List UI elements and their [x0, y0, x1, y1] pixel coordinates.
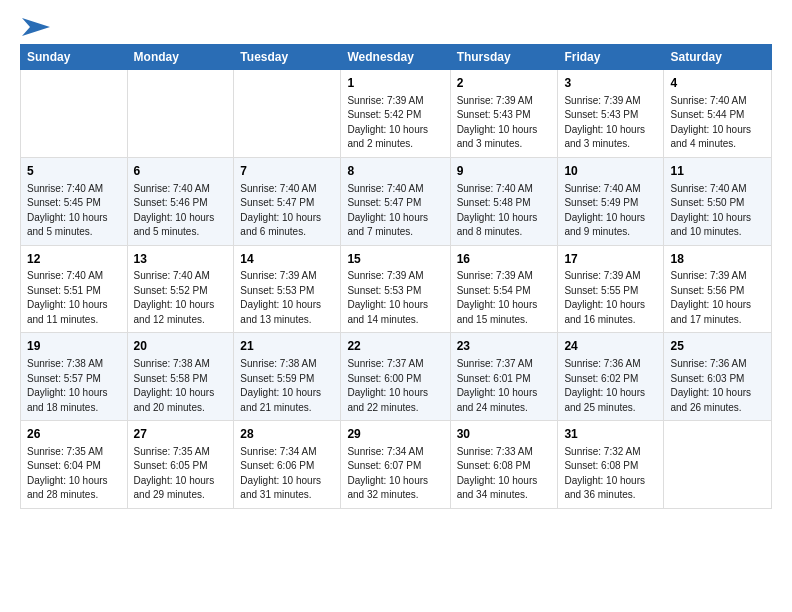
calendar-cell: 1Sunrise: 7:39 AM Sunset: 5:42 PM Daylig…: [341, 70, 450, 158]
day-info: Sunrise: 7:40 AM Sunset: 5:44 PM Dayligh…: [670, 94, 765, 152]
calendar-cell: 10Sunrise: 7:40 AM Sunset: 5:49 PM Dayli…: [558, 157, 664, 245]
calendar-cell: 16Sunrise: 7:39 AM Sunset: 5:54 PM Dayli…: [450, 245, 558, 333]
day-number: 26: [27, 426, 121, 443]
day-number: 21: [240, 338, 334, 355]
day-number: 14: [240, 251, 334, 268]
day-number: 10: [564, 163, 657, 180]
day-info: Sunrise: 7:39 AM Sunset: 5:54 PM Dayligh…: [457, 269, 552, 327]
calendar-cell: 27Sunrise: 7:35 AM Sunset: 6:05 PM Dayli…: [127, 421, 234, 509]
logo: [20, 16, 50, 34]
calendar-cell: 19Sunrise: 7:38 AM Sunset: 5:57 PM Dayli…: [21, 333, 128, 421]
week-row-3: 12Sunrise: 7:40 AM Sunset: 5:51 PM Dayli…: [21, 245, 772, 333]
day-info: Sunrise: 7:40 AM Sunset: 5:50 PM Dayligh…: [670, 182, 765, 240]
day-info: Sunrise: 7:38 AM Sunset: 5:58 PM Dayligh…: [134, 357, 228, 415]
day-info: Sunrise: 7:40 AM Sunset: 5:46 PM Dayligh…: [134, 182, 228, 240]
week-row-1: 1Sunrise: 7:39 AM Sunset: 5:42 PM Daylig…: [21, 70, 772, 158]
day-info: Sunrise: 7:39 AM Sunset: 5:42 PM Dayligh…: [347, 94, 443, 152]
day-info: Sunrise: 7:39 AM Sunset: 5:53 PM Dayligh…: [347, 269, 443, 327]
day-number: 20: [134, 338, 228, 355]
calendar-cell: 2Sunrise: 7:39 AM Sunset: 5:43 PM Daylig…: [450, 70, 558, 158]
day-info: Sunrise: 7:34 AM Sunset: 6:06 PM Dayligh…: [240, 445, 334, 503]
day-number: 13: [134, 251, 228, 268]
day-number: 30: [457, 426, 552, 443]
calendar-cell: 6Sunrise: 7:40 AM Sunset: 5:46 PM Daylig…: [127, 157, 234, 245]
day-info: Sunrise: 7:39 AM Sunset: 5:55 PM Dayligh…: [564, 269, 657, 327]
calendar-cell: [21, 70, 128, 158]
column-header-thursday: Thursday: [450, 45, 558, 70]
day-number: 27: [134, 426, 228, 443]
day-number: 12: [27, 251, 121, 268]
day-number: 9: [457, 163, 552, 180]
day-number: 18: [670, 251, 765, 268]
calendar-cell: 11Sunrise: 7:40 AM Sunset: 5:50 PM Dayli…: [664, 157, 772, 245]
calendar-cell: 26Sunrise: 7:35 AM Sunset: 6:04 PM Dayli…: [21, 421, 128, 509]
column-header-friday: Friday: [558, 45, 664, 70]
day-number: 5: [27, 163, 121, 180]
column-header-sunday: Sunday: [21, 45, 128, 70]
day-info: Sunrise: 7:40 AM Sunset: 5:47 PM Dayligh…: [240, 182, 334, 240]
day-info: Sunrise: 7:39 AM Sunset: 5:43 PM Dayligh…: [564, 94, 657, 152]
week-row-4: 19Sunrise: 7:38 AM Sunset: 5:57 PM Dayli…: [21, 333, 772, 421]
calendar-cell: 13Sunrise: 7:40 AM Sunset: 5:52 PM Dayli…: [127, 245, 234, 333]
day-number: 6: [134, 163, 228, 180]
day-info: Sunrise: 7:40 AM Sunset: 5:45 PM Dayligh…: [27, 182, 121, 240]
calendar-cell: 20Sunrise: 7:38 AM Sunset: 5:58 PM Dayli…: [127, 333, 234, 421]
calendar-cell: 12Sunrise: 7:40 AM Sunset: 5:51 PM Dayli…: [21, 245, 128, 333]
day-info: Sunrise: 7:33 AM Sunset: 6:08 PM Dayligh…: [457, 445, 552, 503]
calendar-cell: 15Sunrise: 7:39 AM Sunset: 5:53 PM Dayli…: [341, 245, 450, 333]
day-number: 23: [457, 338, 552, 355]
day-info: Sunrise: 7:38 AM Sunset: 5:59 PM Dayligh…: [240, 357, 334, 415]
day-info: Sunrise: 7:39 AM Sunset: 5:56 PM Dayligh…: [670, 269, 765, 327]
calendar-cell: 7Sunrise: 7:40 AM Sunset: 5:47 PM Daylig…: [234, 157, 341, 245]
calendar-table: SundayMondayTuesdayWednesdayThursdayFrid…: [20, 44, 772, 509]
day-info: Sunrise: 7:32 AM Sunset: 6:08 PM Dayligh…: [564, 445, 657, 503]
day-number: 22: [347, 338, 443, 355]
day-number: 19: [27, 338, 121, 355]
day-info: Sunrise: 7:40 AM Sunset: 5:52 PM Dayligh…: [134, 269, 228, 327]
calendar-cell: 4Sunrise: 7:40 AM Sunset: 5:44 PM Daylig…: [664, 70, 772, 158]
day-info: Sunrise: 7:34 AM Sunset: 6:07 PM Dayligh…: [347, 445, 443, 503]
calendar-cell: 30Sunrise: 7:33 AM Sunset: 6:08 PM Dayli…: [450, 421, 558, 509]
day-info: Sunrise: 7:40 AM Sunset: 5:49 PM Dayligh…: [564, 182, 657, 240]
day-number: 17: [564, 251, 657, 268]
day-number: 31: [564, 426, 657, 443]
day-info: Sunrise: 7:38 AM Sunset: 5:57 PM Dayligh…: [27, 357, 121, 415]
day-info: Sunrise: 7:35 AM Sunset: 6:04 PM Dayligh…: [27, 445, 121, 503]
day-info: Sunrise: 7:36 AM Sunset: 6:03 PM Dayligh…: [670, 357, 765, 415]
day-number: 29: [347, 426, 443, 443]
logo-arrow-icon: [22, 18, 50, 36]
column-header-wednesday: Wednesday: [341, 45, 450, 70]
column-header-monday: Monday: [127, 45, 234, 70]
day-number: 8: [347, 163, 443, 180]
column-header-tuesday: Tuesday: [234, 45, 341, 70]
calendar-cell: 5Sunrise: 7:40 AM Sunset: 5:45 PM Daylig…: [21, 157, 128, 245]
day-info: Sunrise: 7:39 AM Sunset: 5:43 PM Dayligh…: [457, 94, 552, 152]
calendar-cell: [127, 70, 234, 158]
day-info: Sunrise: 7:40 AM Sunset: 5:47 PM Dayligh…: [347, 182, 443, 240]
day-info: Sunrise: 7:40 AM Sunset: 5:51 PM Dayligh…: [27, 269, 121, 327]
calendar-cell: [234, 70, 341, 158]
calendar-cell: 8Sunrise: 7:40 AM Sunset: 5:47 PM Daylig…: [341, 157, 450, 245]
calendar-cell: 22Sunrise: 7:37 AM Sunset: 6:00 PM Dayli…: [341, 333, 450, 421]
day-number: 3: [564, 75, 657, 92]
day-number: 11: [670, 163, 765, 180]
column-header-saturday: Saturday: [664, 45, 772, 70]
day-info: Sunrise: 7:35 AM Sunset: 6:05 PM Dayligh…: [134, 445, 228, 503]
day-info: Sunrise: 7:36 AM Sunset: 6:02 PM Dayligh…: [564, 357, 657, 415]
day-number: 28: [240, 426, 334, 443]
day-info: Sunrise: 7:39 AM Sunset: 5:53 PM Dayligh…: [240, 269, 334, 327]
week-row-2: 5Sunrise: 7:40 AM Sunset: 5:45 PM Daylig…: [21, 157, 772, 245]
calendar-cell: [664, 421, 772, 509]
calendar-cell: 23Sunrise: 7:37 AM Sunset: 6:01 PM Dayli…: [450, 333, 558, 421]
calendar-cell: 18Sunrise: 7:39 AM Sunset: 5:56 PM Dayli…: [664, 245, 772, 333]
day-number: 4: [670, 75, 765, 92]
day-info: Sunrise: 7:37 AM Sunset: 6:01 PM Dayligh…: [457, 357, 552, 415]
calendar-cell: 31Sunrise: 7:32 AM Sunset: 6:08 PM Dayli…: [558, 421, 664, 509]
calendar-cell: 9Sunrise: 7:40 AM Sunset: 5:48 PM Daylig…: [450, 157, 558, 245]
day-number: 25: [670, 338, 765, 355]
day-number: 15: [347, 251, 443, 268]
day-number: 2: [457, 75, 552, 92]
day-number: 1: [347, 75, 443, 92]
day-number: 16: [457, 251, 552, 268]
calendar-cell: 24Sunrise: 7:36 AM Sunset: 6:02 PM Dayli…: [558, 333, 664, 421]
